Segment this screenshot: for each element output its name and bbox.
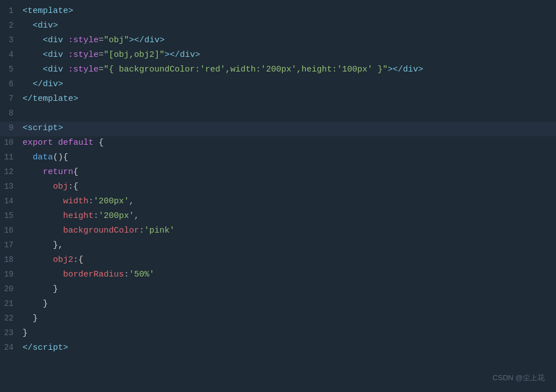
- code-line: 2 <div>: [0, 19, 556, 34]
- plain-token: [23, 240, 53, 250]
- plain-token: :: [88, 197, 94, 206]
- line-number: 14: [0, 195, 23, 207]
- line-content: export default {: [23, 136, 556, 150]
- tag-bracket-token: </: [23, 343, 33, 353]
- tag-bracket-token: </: [393, 65, 403, 74]
- plain-token: [23, 314, 33, 323]
- line-number: 8: [0, 107, 23, 119]
- plain-token: [23, 270, 63, 279]
- plain-token: [23, 211, 63, 221]
- attr-name-token: :style: [68, 50, 99, 60]
- keyword-export-token: export: [23, 138, 58, 148]
- line-content: }: [23, 312, 556, 326]
- line-number: 20: [0, 283, 23, 295]
- fn-name-token: data: [33, 153, 53, 162]
- line-number: 17: [0, 239, 23, 251]
- brace-token: }: [33, 314, 38, 323]
- brace-token: }: [53, 284, 58, 294]
- line-number: 23: [0, 327, 23, 339]
- string-val-token: '200px': [94, 197, 129, 206]
- attr-value-token: "obj": [104, 35, 129, 45]
- tag-name-token: div: [180, 50, 195, 60]
- line-number: 6: [0, 78, 23, 90]
- tag-name-token: div: [48, 50, 68, 60]
- plain-token: :: [124, 270, 129, 279]
- plain-token: [23, 197, 63, 206]
- code-line: 13 obj:{: [0, 180, 556, 195]
- tag-bracket-token: >: [73, 94, 78, 104]
- code-line: 14 width:'200px',: [0, 195, 556, 210]
- plain-token: =: [99, 35, 104, 45]
- tag-name-token: script: [28, 123, 58, 133]
- keyword-default-token: default: [58, 138, 99, 148]
- line-content: <div>: [23, 19, 556, 33]
- tag-name-token: div: [43, 79, 58, 89]
- line-number: 2: [0, 19, 23, 32]
- tag-name-token: div: [38, 21, 53, 30]
- line-content: }: [23, 297, 556, 311]
- brace-token: {: [73, 182, 78, 191]
- code-line: 23}: [0, 327, 556, 341]
- string-val-token: '200px': [99, 211, 134, 221]
- code-line: 6 </div>: [0, 78, 556, 92]
- tag-name-token: div: [48, 35, 68, 45]
- watermark: CSDN @尘上花: [492, 372, 545, 384]
- line-content: }: [23, 283, 556, 296]
- line-content: <div :style="[obj,obj2]"></div>: [23, 48, 556, 62]
- plain-token: =: [99, 50, 104, 60]
- tag-name-token: div: [144, 35, 159, 45]
- line-number: 1: [0, 5, 23, 17]
- attr-value-token: "[obj,obj2]": [104, 50, 164, 60]
- code-line: 9<script>: [0, 122, 556, 136]
- line-number: 3: [0, 34, 23, 46]
- tag-bracket-token: <: [43, 50, 48, 60]
- code-line: 24</script>: [0, 341, 556, 356]
- line-content: <div :style="{ backgroundColor:'red',wid…: [23, 63, 556, 77]
- code-line: 5 <div :style="{ backgroundColor:'red',w…: [0, 63, 556, 78]
- tag-name-token: div: [403, 65, 418, 74]
- plain-token: [23, 226, 63, 235]
- plain-token: [23, 255, 53, 265]
- code-line: 20 }: [0, 283, 556, 297]
- line-content: },: [23, 239, 556, 252]
- line-number: 9: [0, 122, 23, 134]
- tag-bracket-token: >: [388, 65, 393, 74]
- code-line: 3 <div :style="obj"></div>: [0, 34, 556, 48]
- tag-bracket-token: <: [23, 123, 28, 133]
- plain-token: :: [73, 255, 78, 265]
- line-content: }: [23, 327, 556, 340]
- code-line: 8: [0, 107, 556, 122]
- brace-token: },: [53, 240, 63, 250]
- attr-value-token: "{ backgroundColor:'red',width:'200px',h…: [104, 65, 388, 74]
- plain-token: :: [139, 226, 144, 235]
- tag-bracket-token: </: [23, 94, 33, 104]
- code-line: 22 }: [0, 312, 556, 327]
- tag-bracket-token: <: [23, 6, 28, 16]
- plain-token: [23, 153, 33, 162]
- tag-bracket-token: >: [63, 343, 68, 353]
- prop-name-token: width: [63, 197, 88, 206]
- plain-token: [23, 182, 53, 191]
- line-number: 7: [0, 92, 23, 105]
- tag-bracket-token: >: [53, 21, 58, 30]
- plain-token: [23, 65, 43, 74]
- string-val-token: 'pink': [144, 226, 175, 235]
- code-line: 16 backgroundColor:'pink': [0, 224, 556, 239]
- line-content: </script>: [23, 341, 556, 355]
- line-number: 19: [0, 268, 23, 280]
- tag-bracket-token: >: [418, 65, 423, 74]
- plain-token: [23, 21, 33, 30]
- prop-name-token: obj2: [53, 255, 73, 265]
- plain-token: [23, 299, 43, 309]
- plain-token: ,: [134, 211, 139, 221]
- keyword-token: return: [43, 167, 73, 177]
- line-number: 11: [0, 151, 23, 163]
- tag-bracket-token: >: [159, 35, 164, 45]
- code-line: 17 },: [0, 239, 556, 253]
- line-content: <template>: [23, 5, 556, 18]
- attr-name-token: :style: [68, 35, 99, 45]
- code-line: 1<template>: [0, 5, 556, 19]
- line-content: borderRadius:'50%': [23, 268, 556, 282]
- plain-token: [23, 79, 33, 89]
- line-number: 22: [0, 312, 23, 324]
